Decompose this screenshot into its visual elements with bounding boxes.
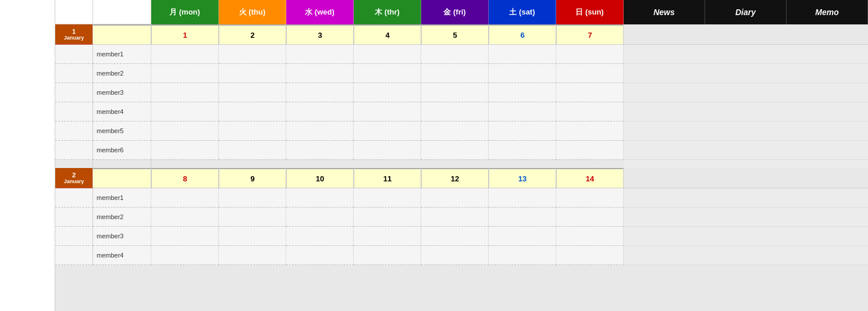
- member-day-w0m5d0[interactable]: [151, 141, 219, 160]
- member-day-w1m3d4[interactable]: [421, 246, 489, 265]
- member-day-w0m5d4[interactable]: [421, 141, 489, 160]
- week-date-row-1: 2January891011121314: [55, 168, 868, 188]
- member-day-w0m4d4[interactable]: [421, 121, 489, 141]
- member-day-w1m0d0[interactable]: [151, 188, 219, 208]
- member-day-w0m0d0[interactable]: [151, 45, 219, 64]
- member-day-w1m2d2[interactable]: [286, 227, 354, 246]
- member-row-w0m1: member2: [55, 64, 868, 83]
- member-day-w0m3d4[interactable]: [421, 102, 489, 121]
- date-cell-w0d4[interactable]: 4: [354, 24, 421, 45]
- date-cell-w1d5[interactable]: 12: [421, 168, 489, 188]
- date-cell-w1d6[interactable]: 13: [489, 168, 556, 188]
- member-day-w0m1d6[interactable]: [556, 64, 624, 83]
- member-day-w1m0d3[interactable]: [354, 188, 421, 208]
- member-day-w0m1d3[interactable]: [354, 64, 421, 83]
- member-day-w1m3d6[interactable]: [556, 246, 624, 265]
- date-cell-w1d1[interactable]: 8: [151, 168, 219, 188]
- member-day-w0m0d4[interactable]: [421, 45, 489, 64]
- week-col-member-w1m2: [55, 227, 93, 246]
- member-day-w0m0d1[interactable]: [219, 45, 286, 64]
- right-member-row-w0m3: [624, 102, 868, 121]
- date-cell-w1d2[interactable]: 9: [219, 168, 286, 188]
- member-day-w0m3d0[interactable]: [151, 102, 219, 121]
- member-name-w0m4: member5: [93, 121, 151, 141]
- member-day-w1m3d1[interactable]: [219, 246, 286, 265]
- member-day-w1m1d6[interactable]: [556, 208, 624, 227]
- member-day-w0m4d0[interactable]: [151, 121, 219, 141]
- member-day-w0m5d5[interactable]: [489, 141, 556, 160]
- member-day-w0m4d5[interactable]: [489, 121, 556, 141]
- member-day-w0m4d2[interactable]: [286, 121, 354, 141]
- member-day-w0m1d5[interactable]: [489, 64, 556, 83]
- right-tab-diary[interactable]: Diary: [705, 0, 787, 24]
- member-day-w1m1d5[interactable]: [489, 208, 556, 227]
- member-day-w0m2d4[interactable]: [421, 83, 489, 102]
- date-cell-w0d7[interactable]: 7: [556, 24, 624, 45]
- member-day-w1m0d6[interactable]: [556, 188, 624, 208]
- member-day-w0m5d6[interactable]: [556, 141, 624, 160]
- member-day-w1m0d5[interactable]: [489, 188, 556, 208]
- right-tab-memo[interactable]: Memo: [787, 0, 868, 24]
- date-cell-w1d3[interactable]: 10: [286, 168, 354, 188]
- member-day-w0m3d2[interactable]: [286, 102, 354, 121]
- member-day-w1m2d6[interactable]: [556, 227, 624, 246]
- member-day-w0m2d0[interactable]: [151, 83, 219, 102]
- date-cell-w0d2[interactable]: 2: [219, 24, 286, 45]
- member-day-w0m4d6[interactable]: [556, 121, 624, 141]
- member-day-w0m5d3[interactable]: [354, 141, 421, 160]
- member-day-w1m1d0[interactable]: [151, 208, 219, 227]
- member-day-w1m0d4[interactable]: [421, 188, 489, 208]
- date-cell-w0d6[interactable]: 6: [489, 24, 556, 45]
- member-day-w0m5d2[interactable]: [286, 141, 354, 160]
- member-day-w0m0d2[interactable]: [286, 45, 354, 64]
- member-day-w1m2d0[interactable]: [151, 227, 219, 246]
- week-header-spacer: [55, 0, 93, 24]
- week-col-member-w0m1: [55, 64, 93, 83]
- member-name-w1m0: member1: [93, 188, 151, 208]
- member-day-w1m3d3[interactable]: [354, 246, 421, 265]
- member-day-w1m2d3[interactable]: [354, 227, 421, 246]
- member-day-w0m0d5[interactable]: [489, 45, 556, 64]
- member-day-w0m2d6[interactable]: [556, 83, 624, 102]
- member-day-w0m1d4[interactable]: [421, 64, 489, 83]
- member-day-w0m1d1[interactable]: [219, 64, 286, 83]
- member-day-w0m5d1[interactable]: [219, 141, 286, 160]
- member-day-w1m3d5[interactable]: [489, 246, 556, 265]
- right-member-row-w0m2: [624, 83, 868, 102]
- member-day-w0m3d1[interactable]: [219, 102, 286, 121]
- member-day-w0m1d2[interactable]: [286, 64, 354, 83]
- day-header-3: 木 (thr): [354, 0, 421, 24]
- right-member-row-w0m0: [624, 45, 868, 64]
- member-day-w0m3d5[interactable]: [489, 102, 556, 121]
- member-day-w0m4d3[interactable]: [354, 121, 421, 141]
- member-day-w1m2d4[interactable]: [421, 227, 489, 246]
- member-day-w1m2d1[interactable]: [219, 227, 286, 246]
- member-day-w1m0d1[interactable]: [219, 188, 286, 208]
- member-day-w1m1d2[interactable]: [286, 208, 354, 227]
- date-cell-w0d3[interactable]: 3: [286, 24, 354, 45]
- date-cell-w0d1[interactable]: 1: [151, 24, 219, 45]
- right-member-row-w1m2: [624, 227, 868, 246]
- member-day-w1m0d2[interactable]: [286, 188, 354, 208]
- member-day-w0m3d3[interactable]: [354, 102, 421, 121]
- member-day-w1m1d4[interactable]: [421, 208, 489, 227]
- member-day-w0m2d3[interactable]: [354, 83, 421, 102]
- member-day-w0m3d6[interactable]: [556, 102, 624, 121]
- date-cell-w1d7[interactable]: 14: [556, 168, 624, 188]
- date-cell-w0d5[interactable]: 5: [421, 24, 489, 45]
- member-day-w1m3d2[interactable]: [286, 246, 354, 265]
- member-day-w1m3d0[interactable]: [151, 246, 219, 265]
- member-day-w0m2d2[interactable]: [286, 83, 354, 102]
- date-cell-w1d4[interactable]: 11: [354, 168, 421, 188]
- member-day-w1m1d3[interactable]: [354, 208, 421, 227]
- member-day-w0m4d1[interactable]: [219, 121, 286, 141]
- right-tab-news[interactable]: News: [624, 0, 705, 24]
- member-day-w1m2d5[interactable]: [489, 227, 556, 246]
- member-day-w1m1d1[interactable]: [219, 208, 286, 227]
- member-day-w0m0d3[interactable]: [354, 45, 421, 64]
- member-day-w0m1d0[interactable]: [151, 64, 219, 83]
- member-day-w0m0d6[interactable]: [556, 45, 624, 64]
- member-day-w0m2d1[interactable]: [219, 83, 286, 102]
- day-header-5: 土 (sat): [489, 0, 556, 24]
- member-day-w0m2d5[interactable]: [489, 83, 556, 102]
